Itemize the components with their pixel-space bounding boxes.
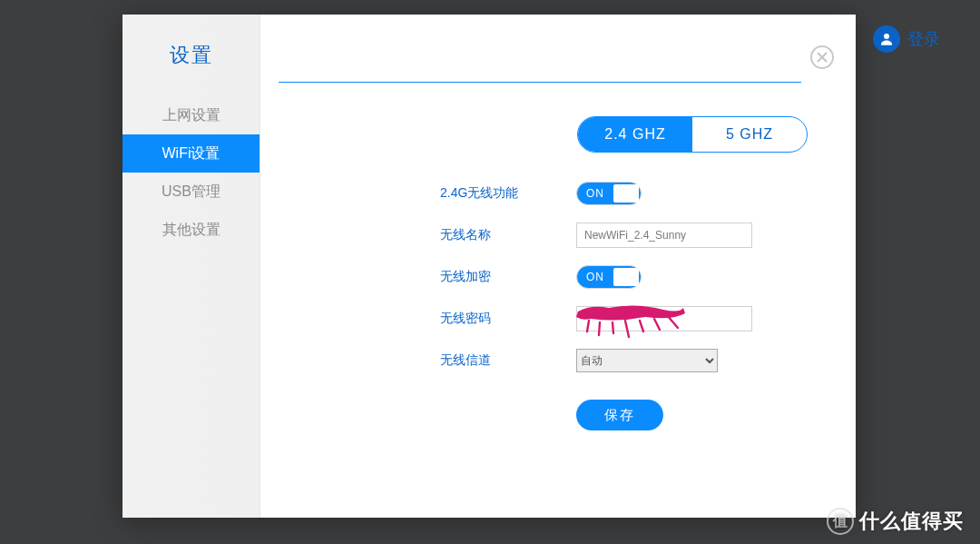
row-password: 无线密码 bbox=[440, 298, 821, 340]
watermark-text: 什么值得买 bbox=[859, 508, 964, 535]
row-channel: 无线信道 自动 bbox=[440, 340, 821, 381]
toggle-encrypt-text: ON bbox=[586, 266, 604, 288]
sidebar-item-3[interactable]: 其他设置 bbox=[122, 211, 260, 249]
sidebar-item-2[interactable]: USB管理 bbox=[122, 173, 260, 211]
main-panel: 2.4 GHZ5 GHZ 2.4G无线功能 ON 无线名称 无线加密 bbox=[260, 15, 856, 518]
row-wifi-enable: 2.4G无线功能 ON bbox=[440, 173, 821, 214]
sidebar-title: 设置 bbox=[122, 15, 260, 96]
save-button[interactable]: 保存 bbox=[576, 400, 663, 430]
toggle-knob bbox=[613, 268, 639, 286]
watermark: 值 什么值得买 bbox=[827, 508, 964, 535]
row-ssid: 无线名称 bbox=[440, 214, 821, 256]
label-password: 无线密码 bbox=[440, 311, 576, 327]
avatar-icon bbox=[873, 25, 900, 53]
label-ssid: 无线名称 bbox=[440, 227, 576, 243]
header-divider bbox=[279, 82, 801, 83]
settings-modal: 设置 上网设置WiFi设置USB管理其他设置 2.4 GHZ5 GHZ 2.4G… bbox=[122, 15, 856, 518]
sidebar-item-1[interactable]: WiFi设置 bbox=[122, 134, 260, 173]
watermark-seal-icon: 值 bbox=[827, 508, 854, 535]
password-input[interactable] bbox=[576, 306, 752, 331]
save-button-label: 保存 bbox=[604, 407, 635, 424]
channel-select[interactable]: 自动 bbox=[576, 349, 718, 372]
svg-point-0 bbox=[884, 34, 889, 39]
band-tabs: 2.4 GHZ5 GHZ bbox=[577, 116, 808, 153]
label-encrypt: 无线加密 bbox=[440, 269, 576, 285]
sidebar: 设置 上网设置WiFi设置USB管理其他设置 bbox=[122, 15, 260, 518]
login-link[interactable]: 登录 bbox=[873, 25, 940, 53]
band-tab-0[interactable]: 2.4 GHZ bbox=[578, 117, 692, 152]
label-wifi-enable: 2.4G无线功能 bbox=[440, 185, 576, 202]
toggle-wifi-enable-text: ON bbox=[586, 183, 604, 204]
row-encrypt: 无线加密 ON bbox=[440, 256, 821, 298]
label-channel: 无线信道 bbox=[440, 352, 576, 369]
band-tab-1[interactable]: 5 GHZ bbox=[692, 117, 807, 152]
wifi-form: 2.4G无线功能 ON 无线名称 无线加密 ON bbox=[440, 173, 821, 430]
ssid-input[interactable] bbox=[576, 223, 752, 248]
login-text: 登录 bbox=[907, 28, 940, 50]
toggle-wifi-enable[interactable]: ON bbox=[576, 182, 642, 205]
sidebar-item-0[interactable]: 上网设置 bbox=[122, 96, 260, 134]
toggle-knob bbox=[613, 184, 639, 203]
toggle-encrypt[interactable]: ON bbox=[576, 265, 642, 289]
